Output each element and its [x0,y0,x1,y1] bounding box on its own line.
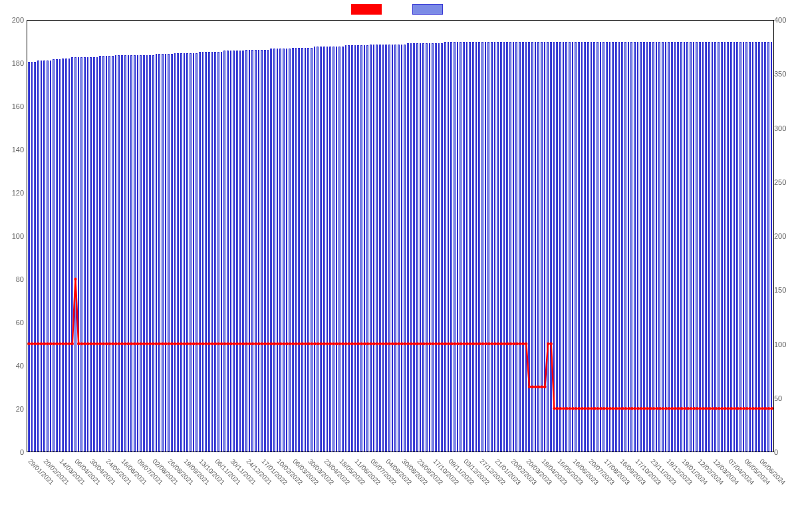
series-marker [229,342,232,345]
legend-item-series2 [412,4,447,15]
series-marker [497,342,499,345]
series-marker [92,342,95,345]
series-marker [292,342,295,345]
series-marker [630,407,633,410]
series-marker [338,342,341,345]
series-marker [634,407,636,410]
y-left-tick: 40 [5,362,24,370]
series-marker [394,342,397,345]
series-marker [177,342,180,345]
series-marker [276,342,279,345]
series-marker [233,342,235,345]
series-marker [537,386,540,388]
series-marker [416,342,419,345]
series-marker [506,342,509,345]
series-marker [341,342,344,345]
series-marker [699,407,702,410]
series-marker [478,342,481,345]
series-marker [569,407,571,410]
y-right-tick: 350 [774,70,793,78]
series-marker [366,342,369,345]
series-marker [192,342,195,345]
series-marker [43,342,46,345]
series-marker [761,407,763,410]
series-marker [127,342,130,345]
series-marker [472,342,475,345]
series-marker [344,342,347,345]
series-marker [547,342,549,345]
series-marker [46,342,49,345]
series-marker [263,342,266,345]
series-marker [665,407,668,410]
series-marker [615,407,618,410]
series-marker [168,342,170,345]
series-marker [649,407,652,410]
series-marker [27,342,30,345]
series-marker [643,407,646,410]
series-marker [214,342,217,345]
series-marker [503,342,505,345]
series-marker [466,342,468,345]
series-marker [559,407,562,410]
series-marker [49,342,52,345]
series-marker [62,342,65,345]
series-marker [428,342,431,345]
series-marker [621,407,624,410]
series-marker [668,407,670,410]
series-marker [493,342,496,345]
series-marker [441,342,444,345]
y-left-tick: 200 [5,16,24,24]
series-marker [295,342,297,345]
series-marker [205,342,207,345]
series-marker [164,342,167,345]
series-marker [139,342,142,345]
series-marker [226,342,229,345]
series-marker [96,342,98,345]
series-marker [422,342,425,345]
series-marker [83,342,86,345]
series-marker [652,407,655,410]
series-marker [655,407,658,410]
series-marker [323,342,325,345]
series-marker [235,342,238,345]
legend-swatch-blue [412,4,443,15]
series-marker [597,407,599,410]
series-marker [413,342,416,345]
series-marker [581,407,583,410]
series-marker [515,342,518,345]
series-marker [378,342,381,345]
series-marker [624,407,627,410]
series-marker [521,342,524,345]
series-marker [105,342,108,345]
series-marker [531,386,533,388]
series-marker [298,342,301,345]
series-marker [469,342,471,345]
series-marker [320,342,323,345]
series-marker [671,407,674,410]
series-marker [447,342,450,345]
series-marker [438,342,440,345]
series-marker [751,407,754,410]
series-marker [608,407,611,410]
y-left-tick: 180 [5,59,24,67]
series-marker [708,407,711,410]
series-marker [758,407,761,410]
series-marker [211,342,213,345]
series-marker [55,342,58,345]
series-marker [65,342,67,345]
series-marker [155,342,158,345]
series-marker [332,342,334,345]
series-marker [456,342,459,345]
series-marker [509,342,512,345]
series-marker [500,342,503,345]
series-marker [693,407,696,410]
series-marker [53,342,55,345]
series-marker [363,342,366,345]
series-marker [755,407,757,410]
y-left-tick: 120 [5,189,24,197]
y-right-tick: 0 [774,448,793,456]
series-marker [326,342,329,345]
series-marker [749,407,751,410]
series-marker [491,342,493,345]
series-marker [571,407,574,410]
